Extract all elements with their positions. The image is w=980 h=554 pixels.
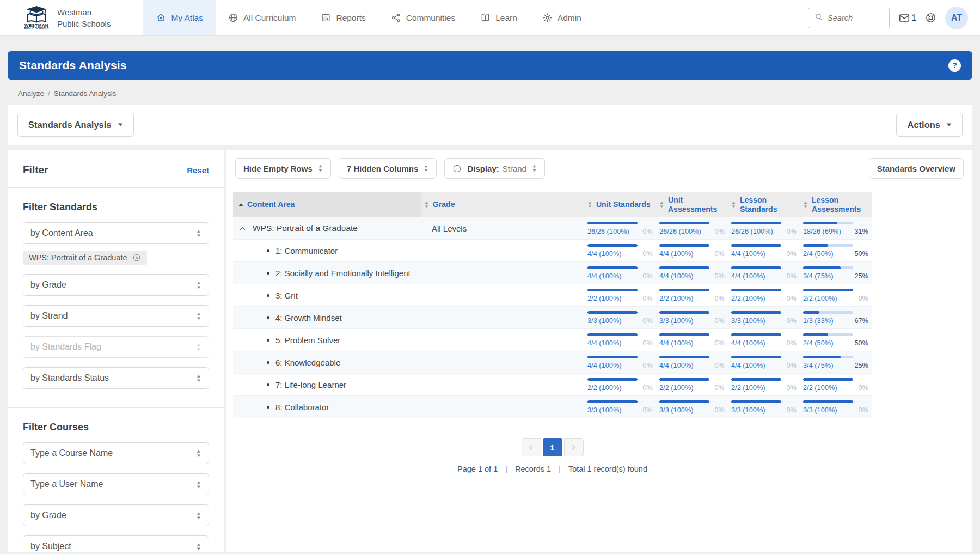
unit-assessments-cell: 4/4 (100%)0% [656,333,728,347]
progress-bar-fill [803,311,819,314]
stepper-icon [318,165,323,172]
column-header-lesson-assessments[interactable]: Lesson Assessments [800,192,872,217]
progress-bar [803,289,853,291]
metric-remainder: 0% [643,249,653,258]
column-header-grade[interactable]: Grade [421,192,584,217]
filter-select-by-standards-status[interactable]: by Standards Status [23,367,209,389]
progress-bar-fill [803,378,853,381]
progress-bar-fill [659,378,709,381]
progress-bar [731,356,781,358]
nav-item-reports[interactable]: Reports [308,0,378,35]
filter-select-by-content-area[interactable]: by Content Area [23,222,209,244]
breadcrumb: Analyze/Standards Analysis [8,87,972,100]
filter-divider [8,407,224,408]
topbar-right: 1 AT [808,0,968,35]
search-input[interactable] [828,14,883,22]
graduation-book-logo-icon [24,5,49,23]
results-panel: Hide Empty Rows 7 Hidden Columns Display… [226,150,972,552]
nav-item-communities[interactable]: Communities [378,0,468,35]
lesson-standards-cell: 26/26 (100%)0% [728,222,800,235]
column-header-content-area[interactable]: Content Area [233,192,421,217]
prev-page-button[interactable] [522,438,541,456]
nav-item-all-curriculum[interactable]: All Curriculum [216,0,308,35]
lesson-standards-cell: 4/4 (100%)0% [728,333,800,347]
lesson-assessments-cell: 3/4 (75%)25% [800,266,872,280]
next-page-button[interactable] [564,438,584,456]
progress-bar [731,222,781,224]
global-search[interactable] [808,8,890,28]
metric-remainder: 0% [715,227,725,235]
search-icon [814,13,823,23]
metric-value: 3/3 (100%) [731,406,765,414]
metric-value: 4/4 (100%) [731,249,765,258]
support-button[interactable] [925,12,936,23]
column-header-unit-standards[interactable]: Unit Standards [584,192,656,217]
filter-select-label: Type a Course Name [30,448,113,458]
view-selector-dropdown[interactable]: Standards Analysis [17,113,134,137]
progress-bar [659,311,709,314]
standards-overview-button[interactable]: Standards Overview [869,158,964,179]
school-name-line2: Public Schools [57,18,111,29]
progress-bar [659,378,709,381]
breadcrumb-item-analyze[interactable]: Analyze [18,89,44,98]
progress-bar [659,356,709,358]
filter-sections: Filter Standardsby Content AreaWPS: Port… [8,202,224,552]
progress-bar-fill [731,266,781,269]
caret-down-icon [118,123,123,126]
metric-value: 3/3 (100%) [587,406,622,414]
brand[interactable]: WESTMAN PUBLIC SCHOOLS Westman Public Sc… [24,0,111,35]
school-name: Westman Public Schools [57,7,111,29]
metric-value: 4/4 (100%) [659,272,694,280]
hidden-columns-dropdown[interactable]: 7 Hidden Columns [339,158,437,179]
row-label: 4: Growth Mindset [275,313,342,322]
filter-select-by-strand[interactable]: by Strand [23,305,209,327]
progress-bar [803,222,853,224]
filter-select-type-a-course-name[interactable]: Type a Course Name [23,442,209,464]
table-row: 3: Grit2/2 (100%)0%2/2 (100%)0%2/2 (100%… [233,284,872,307]
metric-value: 2/4 (50%) [803,339,833,347]
filter-select-by-grade[interactable]: by Grade [23,274,209,296]
display-mode-dropdown[interactable]: Display: Strand [444,158,545,179]
filter-select-type-a-user-name[interactable]: Type a User Name [23,473,209,495]
nav-item-admin[interactable]: Admin [530,0,594,35]
nav-item-my-atlas[interactable]: My Atlas [143,0,216,35]
help-button[interactable]: ? [948,59,961,72]
page-title: Standards Analysis [19,59,127,72]
book-icon [480,13,491,23]
nav-item-label: Learn [495,13,517,23]
chevron-up-icon[interactable] [238,224,247,233]
lesson-standards-cell: 2/2 (100%)0% [728,289,800,302]
metric-value: 26/26 (100%) [659,227,701,235]
chevron-left-icon [527,443,535,452]
metric-remainder: 0% [787,339,797,347]
nav-item-label: Admin [558,13,581,23]
nav-item-learn[interactable]: Learn [468,0,530,35]
progress-bar-fill [587,378,638,381]
filter-select-by-subject[interactable]: by Subject [23,535,209,552]
lesson-assessments-cell: 3/4 (75%)25% [800,356,872,369]
logo-subcaption: PUBLIC SCHOOLS [24,28,48,31]
content-area-cell: 7: Life-long Learner [233,380,421,389]
content-area-cell: 3: Grit [233,291,421,300]
bullet-dot [267,406,270,409]
content-area-cell: 6: Knowledgeable [233,358,421,367]
metric-values: 26/26 (100%)0% [587,227,653,235]
progress-bar [731,378,781,381]
hide-empty-rows-dropdown[interactable]: Hide Empty Rows [235,158,331,179]
hidden-columns-label: 7 Hidden Columns [347,164,419,173]
reset-filters-link[interactable]: Reset [187,166,209,175]
messages-button[interactable]: 1 [898,12,916,24]
actions-dropdown[interactable]: Actions [896,113,963,137]
sort-both-icon [196,281,201,289]
bullet-dot [267,361,270,364]
filter-select-by-grade[interactable]: by Grade [23,504,209,526]
column-header-lesson-standards[interactable]: Lesson Standards [728,192,800,217]
close-circle-icon[interactable] [132,253,141,262]
content-area-cell[interactable]: WPS: Portrait of a Graduate [233,223,421,233]
metric-values: 3/3 (100%)0% [803,406,868,414]
page-button-1[interactable]: 1 [543,438,562,456]
message-count-badge: 1 [911,13,916,23]
metric-remainder: 0% [643,272,653,280]
user-avatar[interactable]: AT [945,7,968,29]
column-header-unit-assessments[interactable]: Unit Assessments [656,192,728,217]
